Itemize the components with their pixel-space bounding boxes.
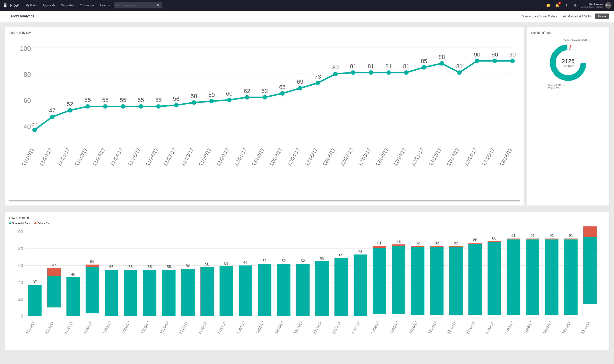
notifications-icon[interactable]: 🔔 1 — [554, 2, 560, 8]
svg-text:55: 55 — [128, 264, 133, 269]
svg-rect-201 — [507, 238, 520, 239]
svg-rect-217 — [583, 226, 597, 237]
svg-text:12/13/17: 12/13/17 — [465, 321, 476, 335]
svg-rect-172 — [373, 248, 386, 314]
scrollbar-thumb — [9, 200, 520, 201]
svg-text:100: 100 — [16, 230, 23, 234]
svg-point-65 — [316, 81, 320, 85]
svg-rect-169 — [353, 254, 367, 316]
svg-text:11/26/17: 11/26/17 — [144, 147, 159, 167]
svg-text:55: 55 — [109, 264, 114, 269]
flow-trend-title: Flow runs trend — [9, 216, 605, 220]
svg-text:12/12/17: 12/12/17 — [446, 321, 457, 335]
svg-text:55: 55 — [167, 264, 171, 269]
svg-rect-126 — [86, 267, 99, 313]
svg-text:81: 81 — [456, 63, 463, 69]
donut-container: 2125 Flow Runs — [548, 42, 589, 83]
subheader: ← Flow analytics Showing data for last 3… — [0, 11, 614, 22]
legend-success-label: Successful Runs — [12, 222, 30, 225]
svg-text:11/28/17: 11/28/17 — [197, 321, 208, 335]
svg-rect-120 — [47, 268, 61, 276]
svg-point-29 — [103, 104, 107, 108]
svg-point-92 — [475, 59, 479, 63]
svg-rect-181 — [411, 246, 424, 247]
svg-point-26 — [85, 104, 90, 108]
svg-rect-157 — [277, 264, 290, 316]
svg-text:58: 58 — [205, 262, 209, 266]
svg-rect-119 — [47, 276, 61, 308]
donut-total-number: 2125 — [562, 58, 575, 65]
svg-text:73: 73 — [358, 249, 362, 254]
svg-point-59 — [280, 91, 285, 96]
svg-text:12/16/17: 12/16/17 — [523, 321, 533, 335]
svg-text:11/21/17: 11/21/17 — [64, 321, 74, 335]
search-bar[interactable]: 🔍 — [114, 2, 162, 8]
feedback-icon[interactable]: 😊 — [545, 2, 551, 8]
svg-text:88: 88 — [439, 54, 445, 60]
back-button[interactable]: ← — [5, 14, 9, 18]
search-icon: 🔍 — [157, 4, 160, 7]
svg-rect-185 — [430, 246, 444, 247]
svg-text:40: 40 — [24, 123, 31, 130]
svg-point-23 — [68, 108, 72, 112]
legend-failure-dot — [34, 222, 37, 224]
svg-point-83 — [422, 65, 426, 69]
settings-icon[interactable]: ⚙ — [573, 2, 578, 8]
user-info: Kent Weare Microsoft (new default) — [581, 3, 603, 8]
number-of-runs-card: Number of runs Failure Runs 0K (0.94%) 2… — [527, 27, 609, 206]
search-input[interactable] — [116, 4, 157, 7]
svg-text:11/25/17: 11/25/17 — [127, 147, 142, 167]
grid-menu-icon[interactable] — [2, 2, 9, 8]
svg-text:12/10/17: 12/10/17 — [408, 321, 418, 335]
svg-text:55: 55 — [84, 97, 91, 103]
svg-text:37: 37 — [33, 280, 37, 284]
svg-text:11/23/17: 11/23/17 — [91, 147, 106, 167]
chart-scrollbar[interactable] — [9, 200, 520, 201]
svg-text:47: 47 — [52, 263, 56, 267]
svg-rect-8 — [7, 6, 7, 7]
svg-text:11/24/17: 11/24/17 — [121, 321, 131, 335]
svg-rect-196 — [488, 242, 501, 315]
svg-text:12/05/17: 12/05/17 — [312, 321, 323, 335]
number-of-runs-title: Number of runs — [531, 31, 605, 34]
svg-text:47: 47 — [49, 107, 55, 114]
svg-rect-148 — [220, 266, 233, 316]
svg-text:12/11/17: 12/11/17 — [427, 321, 438, 335]
nav-connectors[interactable]: Connectors — [77, 0, 97, 11]
svg-text:20: 20 — [18, 297, 23, 301]
svg-text:73: 73 — [314, 73, 321, 80]
download-icon[interactable]: ⬇ — [563, 2, 569, 8]
nav-my-flows[interactable]: My flows — [23, 0, 39, 11]
svg-text:62: 62 — [262, 259, 267, 263]
svg-text:12/13/17: 12/13/17 — [445, 147, 460, 167]
svg-rect-163 — [315, 261, 329, 316]
svg-text:12/06/17: 12/06/17 — [321, 147, 336, 167]
svg-text:88: 88 — [492, 236, 496, 240]
usage-button[interactable]: Usage — [595, 13, 609, 19]
svg-text:56: 56 — [186, 264, 190, 268]
nav-learn[interactable]: Learn ▾ — [97, 0, 113, 11]
svg-text:12/05/17: 12/05/17 — [304, 147, 319, 167]
svg-text:12/14/17: 12/14/17 — [463, 147, 478, 167]
svg-point-47 — [209, 99, 214, 103]
svg-rect-204 — [526, 240, 539, 315]
svg-text:62: 62 — [244, 88, 250, 94]
user-menu[interactable]: Kent Weare Microsoft (new default) KW — [578, 2, 612, 9]
svg-text:12/12/17: 12/12/17 — [428, 147, 443, 167]
nav-approvals[interactable]: Approvals — [39, 0, 58, 11]
user-avatar[interactable]: KW — [605, 2, 612, 9]
flow-trend-card: Flow runs trend Successful Runs Failure … — [5, 212, 609, 351]
svg-point-56 — [262, 95, 267, 100]
svg-rect-166 — [334, 258, 348, 316]
svg-rect-116 — [28, 285, 41, 316]
legend-success: Successful Runs — [9, 222, 30, 225]
nav-templates[interactable]: Templates — [58, 0, 77, 11]
svg-text:91: 91 — [549, 233, 554, 238]
brand-logo[interactable]: Flow — [10, 3, 19, 8]
svg-point-89 — [457, 70, 461, 75]
svg-rect-184 — [430, 247, 444, 315]
svg-point-80 — [404, 70, 408, 75]
svg-text:12/02/17: 12/02/17 — [255, 321, 265, 335]
svg-rect-6 — [4, 6, 5, 7]
svg-rect-5 — [7, 5, 7, 6]
